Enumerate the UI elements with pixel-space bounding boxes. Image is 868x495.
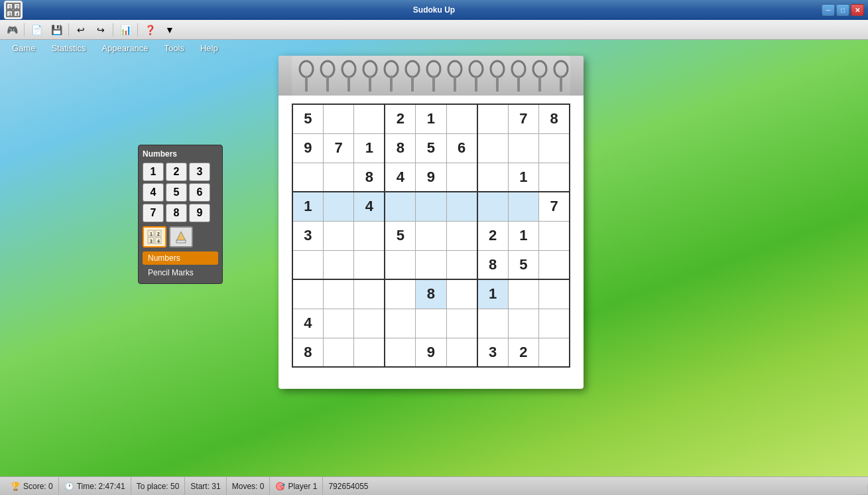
num-btn-2[interactable]: 2 [166, 163, 187, 181]
cell-7-8[interactable] [539, 309, 570, 338]
cell-4-3[interactable]: 5 [385, 221, 415, 250]
cell-8-8[interactable] [539, 338, 570, 367]
cell-2-0[interactable] [292, 163, 323, 192]
cell-2-3[interactable]: 4 [385, 163, 415, 192]
numbers-mode-icon[interactable]: 1 2 3 4 [143, 226, 166, 248]
cell-3-1[interactable] [323, 192, 353, 221]
cell-7-6[interactable] [477, 309, 508, 338]
cell-3-8[interactable]: 7 [539, 192, 570, 221]
cell-5-0[interactable] [292, 250, 323, 279]
cell-1-6[interactable] [477, 133, 508, 163]
cell-3-7[interactable] [508, 192, 538, 221]
cell-0-2[interactable] [354, 104, 385, 133]
cell-8-5[interactable] [446, 338, 477, 367]
cell-1-1[interactable]: 7 [323, 133, 353, 163]
cell-5-6[interactable]: 8 [477, 250, 508, 279]
toolbar-dropdown-icon[interactable]: ▼ [160, 22, 179, 38]
maximize-button[interactable]: □ [836, 4, 849, 16]
cell-6-4[interactable]: 8 [416, 279, 446, 309]
cell-1-2[interactable]: 1 [354, 133, 385, 163]
cell-6-3[interactable] [385, 279, 415, 309]
num-btn-5[interactable]: 5 [166, 183, 187, 202]
cell-6-5[interactable] [446, 279, 477, 309]
menu-tools[interactable]: Tools [158, 42, 191, 54]
cell-6-6[interactable]: 1 [477, 279, 508, 309]
resize-grip[interactable] [857, 484, 868, 495]
cell-2-5[interactable] [446, 163, 477, 192]
cell-8-2[interactable] [354, 338, 385, 367]
cell-7-5[interactable] [446, 309, 477, 338]
cell-1-3[interactable]: 8 [385, 133, 415, 163]
cell-8-0[interactable]: 8 [292, 338, 323, 367]
toolbar-save-icon[interactable]: 💾 [47, 22, 66, 38]
toolbar-redo-icon[interactable]: ↪ [92, 22, 110, 38]
cell-4-0[interactable]: 3 [292, 221, 323, 250]
cell-8-6[interactable]: 3 [477, 338, 508, 367]
toolbar-undo-icon[interactable]: ↩ [72, 22, 90, 38]
num-btn-7[interactable]: 7 [143, 204, 164, 222]
cell-1-4[interactable]: 5 [416, 133, 446, 163]
cell-6-2[interactable] [354, 279, 385, 309]
cell-0-7[interactable]: 7 [508, 104, 538, 133]
cell-7-2[interactable] [354, 309, 385, 338]
cell-6-8[interactable] [539, 279, 570, 309]
cell-5-4[interactable] [416, 250, 446, 279]
cell-3-4[interactable] [416, 192, 446, 221]
num-btn-4[interactable]: 4 [143, 183, 164, 202]
cell-0-1[interactable] [323, 104, 353, 133]
cell-1-8[interactable] [539, 133, 570, 163]
toolbar-stats-icon[interactable]: 📊 [116, 22, 135, 38]
cell-6-0[interactable] [292, 279, 323, 309]
cell-0-6[interactable] [477, 104, 508, 133]
cell-2-6[interactable] [477, 163, 508, 192]
cell-0-0[interactable]: 5 [292, 104, 323, 133]
cell-7-0[interactable]: 4 [292, 309, 323, 338]
cell-7-1[interactable] [323, 309, 353, 338]
cell-5-7[interactable]: 5 [508, 250, 538, 279]
cell-6-7[interactable] [508, 279, 538, 309]
cell-2-4[interactable]: 9 [416, 163, 446, 192]
cell-8-1[interactable] [323, 338, 353, 367]
toolbar-new-icon[interactable]: 📄 [27, 22, 46, 38]
cell-2-2[interactable]: 8 [354, 163, 385, 192]
cell-5-1[interactable] [323, 250, 353, 279]
cell-7-3[interactable] [385, 309, 415, 338]
minimize-button[interactable]: ─ [822, 4, 835, 16]
cell-5-5[interactable] [446, 250, 477, 279]
cell-3-0[interactable]: 1 [292, 192, 323, 221]
cell-7-7[interactable] [508, 309, 538, 338]
mode-pencil-btn[interactable]: Pencil Marks [143, 266, 218, 279]
mode-numbers-btn[interactable]: Numbers [143, 251, 218, 265]
cell-1-0[interactable]: 9 [292, 133, 323, 163]
num-btn-6[interactable]: 6 [189, 183, 210, 202]
cell-7-4[interactable] [416, 309, 446, 338]
cell-4-4[interactable] [416, 221, 446, 250]
cell-3-2[interactable]: 4 [354, 192, 385, 221]
cell-0-5[interactable] [446, 104, 477, 133]
toolbar-game-icon[interactable]: 🎮 [3, 22, 21, 38]
menu-help[interactable]: Help [194, 42, 225, 54]
cell-0-8[interactable]: 8 [539, 104, 570, 133]
num-btn-9[interactable]: 9 [189, 204, 210, 222]
cell-2-1[interactable] [323, 163, 353, 192]
cell-4-7[interactable]: 1 [508, 221, 538, 250]
cell-3-3[interactable] [385, 192, 415, 221]
num-btn-8[interactable]: 8 [166, 204, 187, 222]
cell-5-2[interactable] [354, 250, 385, 279]
cell-2-8[interactable] [539, 163, 570, 192]
cell-3-6[interactable] [477, 192, 508, 221]
menu-game[interactable]: Game [5, 42, 42, 54]
cell-6-1[interactable] [323, 279, 353, 309]
menu-appearance[interactable]: Appearance [95, 42, 155, 54]
cell-4-6[interactable]: 2 [477, 221, 508, 250]
num-btn-1[interactable]: 1 [143, 163, 164, 181]
toolbar-help-icon[interactable]: ❓ [141, 22, 159, 38]
cell-0-3[interactable]: 2 [385, 104, 415, 133]
num-btn-3[interactable]: 3 [189, 163, 210, 181]
cell-8-3[interactable] [385, 338, 415, 367]
menu-statistics[interactable]: Statistics [44, 42, 92, 54]
cell-0-4[interactable]: 1 [416, 104, 446, 133]
close-button[interactable]: ✕ [851, 4, 864, 16]
cell-5-8[interactable] [539, 250, 570, 279]
cell-2-7[interactable]: 1 [508, 163, 538, 192]
